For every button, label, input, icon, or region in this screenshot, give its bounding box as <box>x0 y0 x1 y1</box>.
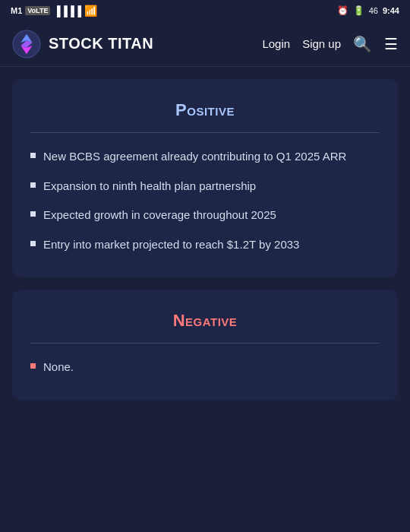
carrier-type-badge: VoLTE <box>25 6 50 15</box>
bullet-marker <box>30 182 36 188</box>
bullet-marker <box>30 241 36 246</box>
bullet-marker <box>30 153 36 158</box>
logo-icon <box>12 30 41 59</box>
bullet-text: Entry into market projected to reach $1.… <box>43 236 380 254</box>
main-content: Positive New BCBS agreement already cont… <box>0 67 410 413</box>
battery-icon: 🔋 <box>353 5 364 16</box>
list-item: New BCBS agreement already contributing … <box>30 148 380 166</box>
carrier-name: M1 <box>11 6 22 15</box>
positive-list: New BCBS agreement already contributing … <box>30 148 380 253</box>
carrier-info: M1 VoLTE ▐▐▐▐ 📶 <box>11 5 97 17</box>
bullet-text: Expected growth in coverage throughout 2… <box>43 207 380 224</box>
status-right: ⏰ 🔋 46 9:44 <box>337 5 399 16</box>
site-title: STOCK TITAN <box>49 35 153 52</box>
bullet-text: New BCBS agreement already contributing … <box>43 148 380 166</box>
login-link[interactable]: Login <box>262 37 290 50</box>
positive-divider <box>30 132 380 133</box>
list-item: Expansion to ninth health plan partnersh… <box>30 178 380 195</box>
signal-icon: ▐▐▐▐ <box>53 5 81 17</box>
logo-area: STOCK TITAN <box>12 30 153 59</box>
list-item: Expected growth in coverage throughout 2… <box>30 207 380 224</box>
list-item: None. <box>30 359 380 376</box>
menu-icon[interactable]: ☰ <box>384 35 398 53</box>
status-bar: M1 VoLTE ▐▐▐▐ 📶 ⏰ 🔋 46 9:44 <box>0 0 410 21</box>
list-item: Entry into market projected to reach $1.… <box>30 236 380 254</box>
bullet-text: None. <box>43 359 380 376</box>
wifi-icon: 📶 <box>84 5 97 17</box>
alarm-icon: ⏰ <box>337 5 348 16</box>
bullet-marker <box>30 363 36 369</box>
signup-link[interactable]: Sign up <box>302 37 341 50</box>
positive-card-title: Positive <box>30 100 380 120</box>
time-display: 9:44 <box>383 6 399 15</box>
negative-card: Negative None. <box>12 290 398 401</box>
battery-percent: 46 <box>369 6 378 15</box>
search-icon[interactable]: 🔍 <box>353 35 372 53</box>
negative-list: None. <box>30 359 380 376</box>
main-nav: Login Sign up 🔍 ☰ <box>262 35 398 53</box>
site-header: STOCK TITAN Login Sign up 🔍 ☰ <box>0 21 410 67</box>
bullet-text: Expansion to ninth health plan partnersh… <box>43 178 380 195</box>
positive-card: Positive New BCBS agreement already cont… <box>12 79 398 277</box>
negative-divider <box>30 343 380 344</box>
bullet-marker <box>30 211 36 217</box>
negative-card-title: Negative <box>30 311 380 331</box>
